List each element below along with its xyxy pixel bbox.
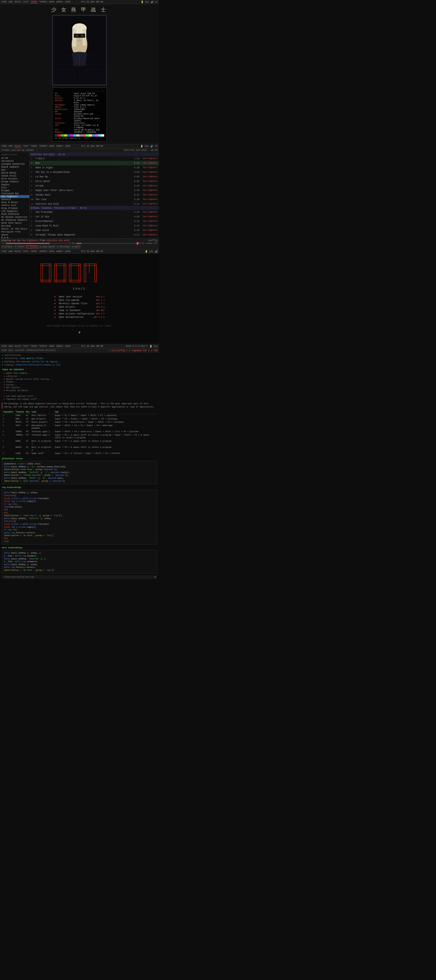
track-row[interactable]: 1 The Pretender · · · · · · · · · · 4:29… bbox=[30, 210, 159, 215]
progress-bar-area[interactable]: vol 0:06c 5:23 repeat off bbox=[2, 242, 158, 245]
tab-work-2[interactable]: WORK bbox=[49, 145, 54, 148]
tab-code-3[interactable]: CODE bbox=[2, 250, 7, 253]
tab-terms-3[interactable]: TERMS bbox=[30, 250, 37, 253]
tab-music-2[interactable]: MUSIC bbox=[14, 145, 21, 148]
track-row[interactable]: 6 Stranger Things Have Happened · · · · … bbox=[30, 232, 159, 237]
artist-list-item[interactable]: Led Zeppelin bbox=[0, 210, 29, 213]
tab-web-4[interactable]: WEB bbox=[9, 345, 13, 348]
artist-list-item[interactable]: Panic! At The Disco bbox=[0, 228, 29, 231]
tab-terms-1[interactable]: TERMS bbox=[30, 1, 37, 3]
playqueue-btn[interactable]: q play queue bbox=[39, 245, 56, 248]
tab-chat-4[interactable]: CHAT bbox=[23, 345, 29, 348]
quit-btn[interactable]: q quit bbox=[71, 245, 80, 248]
artist-list-item[interactable]: R.E.M. bbox=[0, 236, 29, 239]
tab-terms2-2[interactable]: TERMS2 bbox=[39, 145, 47, 148]
tab-work2-3[interactable]: WORK2 bbox=[56, 250, 63, 253]
track-panel[interactable]: Concrete And Gold - 32:45 1 T-Shirt · · … bbox=[30, 152, 159, 239]
tab-game-3[interactable]: GAME bbox=[65, 250, 70, 253]
track-row[interactable]: 10 The Line · · · · · · · · · · 3:38 Foo… bbox=[30, 197, 159, 202]
filter-btn[interactable]: f filter bbox=[14, 245, 26, 248]
track-row[interactable]: 7 Arrows · · · · · · · · · · 4:26 Foo Fi… bbox=[30, 183, 159, 188]
progress-track[interactable] bbox=[6, 243, 69, 244]
artist-list-item[interactable]: Queen bbox=[0, 234, 29, 236]
tab-code-4[interactable]: CODE bbox=[2, 345, 7, 348]
artist-list-item[interactable]: Avenged Sevenfold bbox=[0, 163, 29, 165]
settings-btn[interactable]: s settings bbox=[56, 245, 70, 248]
track-row[interactable]: 3 Make It Right · · · · · · · · · · 4:39… bbox=[30, 165, 159, 170]
tab-chat-1[interactable]: CHAT bbox=[23, 1, 29, 3]
doom-menu-icon: ● bbox=[54, 296, 57, 298]
artist-list-item[interactable]: Foo Fighters bbox=[0, 195, 29, 198]
doom-menu-item[interactable]: ● Recently opened files SPC f r bbox=[54, 302, 105, 305]
artist-list-item[interactable]: Black Sabbath bbox=[0, 165, 29, 169]
tab-game-2[interactable]: GAME bbox=[65, 145, 70, 148]
doom-menu-item[interactable]: ● Open private configuration SPC f P bbox=[54, 312, 105, 315]
track-row[interactable]: 5 La Dee Da · · · · · · · · · · 4:02 Foo… bbox=[30, 175, 159, 179]
artist-list-item[interactable]: David Bowie bbox=[0, 172, 29, 175]
artist-list-item[interactable]: Eagles bbox=[0, 183, 29, 186]
doom-menu-item[interactable]: ● Open org-agenda SPC o A bbox=[54, 299, 105, 302]
tab-terms-4[interactable]: TERMS bbox=[30, 345, 37, 348]
track-row[interactable]: 2 Run · · · · · · · · · · 5:33 Foo Fight… bbox=[30, 161, 159, 165]
doom-menu-item[interactable]: ● Open last session SPC q l bbox=[54, 295, 105, 299]
artist-list-item[interactable]: Guns N Roses bbox=[0, 201, 29, 204]
tab-terms-2[interactable]: TERMS bbox=[30, 145, 37, 148]
artist-list-item[interactable]: Mike Oldfield bbox=[0, 213, 29, 216]
tab-web-2[interactable]: WEB bbox=[9, 145, 13, 148]
artist-list-item[interactable]: My Bloody Valentine bbox=[0, 216, 29, 219]
artist-list-item[interactable]: Nine Inch Nails bbox=[0, 222, 29, 224]
tab-work-3[interactable]: WORK bbox=[49, 250, 54, 253]
doom-menu-item[interactable]: ● Open documentation SPC h d h bbox=[54, 315, 105, 319]
tab-music-4[interactable]: MUSIC bbox=[14, 345, 21, 348]
tab-terms2-1[interactable]: TERMS2 bbox=[39, 1, 47, 3]
artist-list-item[interactable]: Fleetwood Mac bbox=[0, 192, 29, 195]
track-row[interactable]: 8 Happy Ever After (Zero Hour) · · · · ·… bbox=[30, 188, 159, 192]
track-row[interactable]: 3 Erase/Replace · · · · · · · · · · 4:13… bbox=[30, 219, 159, 223]
track-row[interactable]: 4 The Sky Is A Neighborhood · · · · · · … bbox=[30, 170, 159, 175]
track-row[interactable]: 5 Come Alive · · · · · · · · · · 5:10 Fo… bbox=[30, 228, 159, 232]
artist-list-item[interactable]: Porcupine Tree bbox=[0, 231, 29, 234]
tab-web-1[interactable]: WEB bbox=[9, 1, 13, 3]
artist-list-item[interactable]: My Chemical Romance bbox=[0, 219, 29, 222]
tab-work-1[interactable]: WORK bbox=[49, 1, 54, 3]
tab-terms2-4[interactable]: TERMS2 bbox=[39, 345, 47, 348]
tab-chat-3[interactable]: CHAT bbox=[23, 250, 29, 253]
track-row[interactable]: 9 Sunday Rain · · · · · · · · · · 6:11 F… bbox=[30, 192, 159, 197]
track-row[interactable]: 2 Let It Die · · · · · · · · · · 4:05 Fo… bbox=[30, 215, 159, 219]
tab-music-1[interactable]: MUSIC bbox=[14, 1, 21, 3]
tab-game-4[interactable]: GAME bbox=[65, 345, 70, 348]
artist-list-item[interactable]: Jethro Tull bbox=[0, 204, 29, 207]
tab-chat-2[interactable]: CHAT bbox=[23, 145, 29, 148]
track-row[interactable]: 4 Long Road To Ruin · · · · · · · · · · … bbox=[30, 223, 159, 228]
artist-list-item[interactable]: AC-DC bbox=[0, 157, 29, 160]
tab-music-3[interactable]: MUSIC bbox=[14, 250, 21, 253]
artist-list-item[interactable]: Eloy bbox=[0, 186, 29, 189]
tab-work2-1[interactable]: WORK2 bbox=[56, 1, 63, 3]
tab-code-1[interactable]: CODE bbox=[2, 1, 7, 3]
tab-work2-4[interactable]: WORK2 bbox=[56, 345, 63, 348]
playback-progress[interactable] bbox=[76, 243, 139, 244]
track-row[interactable]: 11 Concrete And Gold · · · · · · · · · ·… bbox=[30, 202, 159, 206]
tracks-btn[interactable]: t tracks bbox=[26, 245, 38, 248]
artist-list-item[interactable]: boa bbox=[0, 169, 29, 172]
artist-list-item[interactable]: Dire Straits bbox=[0, 177, 29, 180]
artist-list-item[interactable]: Nirvana bbox=[0, 224, 29, 228]
tab-code-2[interactable]: CODE bbox=[2, 145, 7, 148]
doom-menu-item[interactable]: ● Open project SPC p p bbox=[54, 305, 105, 309]
artist-list-item[interactable]: Aerosmith bbox=[0, 160, 29, 163]
tab-web-3[interactable]: WEB bbox=[9, 250, 13, 253]
track-row[interactable]: 1 T-Shirt · · · · · · · · · · 1:22 Foo F… bbox=[30, 156, 159, 161]
browse-btn[interactable]: b browse bbox=[2, 245, 13, 248]
artist-list-item[interactable]: King Crimson bbox=[0, 207, 29, 210]
tab-work2-2[interactable]: WORK2 bbox=[56, 145, 63, 148]
track-row[interactable]: 6 Dirty Water · · · · · · · · · · 3:02 F… bbox=[30, 179, 159, 183]
tab-game-1[interactable]: GAME bbox=[65, 1, 70, 3]
tab-terms2-3[interactable]: TERMS2 bbox=[39, 250, 47, 253]
track-row[interactable]: 7 Cheer Up, Boys (Your Make Up Is Runnin… bbox=[30, 237, 159, 239]
tab-work-4[interactable]: WORK bbox=[49, 345, 54, 348]
doom-menu-item[interactable]: ● Jump to bookmark SPC RET bbox=[54, 309, 105, 312]
artist-list-item[interactable]: Enigma bbox=[0, 189, 29, 192]
artist-list-item[interactable]: Diana Krall bbox=[0, 175, 29, 177]
artist-list-item[interactable]: Genesis bbox=[0, 198, 29, 201]
artist-list-item[interactable]: Dream Theater bbox=[0, 180, 29, 183]
